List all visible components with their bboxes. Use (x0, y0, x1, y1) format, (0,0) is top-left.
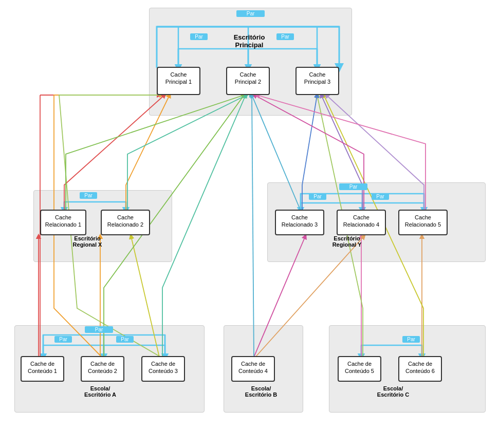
label-main-office: EscritórioPrincipal (216, 33, 283, 49)
par-label-main-left: Par (190, 33, 208, 40)
cache-conteudo-5: Cache deConteúdo 5 (338, 356, 381, 382)
par-label-sa-left: Par (54, 336, 72, 343)
par-label-main-right: Par (276, 33, 294, 40)
label-regional-y: EscritórioRegional Y (316, 235, 378, 248)
par-label-ry-left: Par (309, 193, 326, 200)
label-school-a: Escola/Escritório A (67, 385, 134, 398)
cache-conteudo-1: Cache deConteúdo 1 (21, 356, 64, 382)
par-label-main: Par (236, 10, 265, 17)
par-label-sa-right: Par (116, 336, 134, 343)
par-label-rx: Par (80, 192, 97, 199)
cache-principal-2: Cache Principal 2 (226, 67, 270, 95)
label-regional-x: EscritórioRegional X (57, 235, 118, 248)
par-label-ry: Par (339, 183, 367, 190)
cache-conteudo-4: Cache deConteúdo 4 (231, 356, 275, 382)
par-label-sa: Par (85, 326, 113, 333)
cache-relacionado-2: CacheRelacionado 2 (101, 210, 150, 235)
cache-conteudo-2: Cache deConteúdo 2 (81, 356, 124, 382)
par-label-ry-right: Par (372, 193, 389, 200)
diagram-container: Cache Principal 1 Cache Principal 2 Cach… (0, 0, 499, 448)
region-main-office (149, 8, 352, 116)
cache-relacionado-4: CacheRelacionado 4 (337, 210, 386, 235)
cache-relacionado-3: CacheRelacionado 3 (275, 210, 324, 235)
cache-principal-1: Cache Principal 1 (157, 67, 200, 95)
cache-principal-3: Cache Principal 3 (295, 67, 339, 95)
label-school-c: Escola/Escritório C (360, 385, 427, 398)
cache-relacionado-5: CacheRelacionado 5 (398, 210, 448, 235)
par-label-sc: Par (402, 336, 420, 343)
cache-relacionado-1: CacheRelacionado 1 (40, 210, 86, 235)
cache-conteudo-3: Cache deConteúdo 3 (141, 356, 185, 382)
cache-conteudo-6: Cache deConteúdo 6 (398, 356, 442, 382)
label-school-b: Escola/Escritório B (228, 385, 294, 398)
